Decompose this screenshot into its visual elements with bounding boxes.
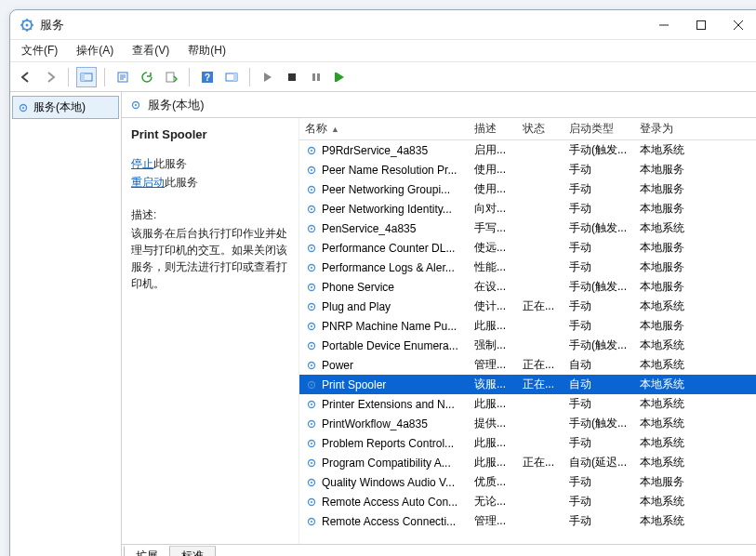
service-logon: 本地系统 [634,298,694,314]
service-row[interactable]: Program Compatibility A...此服...正在...自动(延… [299,453,756,472]
service-startup: 手动 [564,474,634,490]
service-row[interactable]: Peer Name Resolution Pr...使用...手动本地服务 [299,160,756,179]
svg-point-34 [311,285,312,287]
sort-asc-icon: ▲ [331,125,339,134]
service-row[interactable]: PrintWorkflow_4a835提供...手动(触发...本地系统 [299,414,756,433]
menu-view[interactable]: 查看(V) [128,41,173,60]
service-row[interactable]: Remote Access Auto Con...无论...手动本地系统 [299,492,756,511]
service-desc: 启用... [469,142,517,158]
service-logon: 本地系统 [634,338,694,353]
service-row[interactable]: Performance Logs & Aler...性能...手动本地服务 [299,258,756,277]
tab-standard[interactable]: 标准 [169,546,216,556]
service-startup: 手动 [564,201,634,217]
service-startup: 手动 [564,318,634,334]
service-row[interactable]: PNRP Machine Name Pu...此服...手动本地服务 [299,316,756,336]
service-name: Program Compatibility A... [322,457,451,470]
service-row[interactable]: P9RdrService_4a835启用...手动(触发...本地系统 [299,140,756,160]
svg-text:?: ? [205,73,210,83]
menu-action[interactable]: 操作(A) [73,41,117,60]
service-row[interactable]: Phone Service在设...手动(触发...本地服务 [299,277,756,297]
service-row[interactable]: Performance Counter DL...使远...手动本地服务 [299,238,756,258]
service-desc: 手写... [469,220,517,236]
list-body[interactable]: P9RdrService_4a835启用...手动(触发...本地系统Peer … [299,140,756,544]
service-name: PNRP Machine Name Pu... [322,320,457,333]
column-header-name[interactable]: 名称▲ [299,121,469,137]
svg-rect-14 [335,73,337,82]
body: 服务(本地) 服务(本地) Print Spooler 停止此服务 重启动此服务… [10,92,756,556]
svg-point-18 [135,103,137,105]
export-button[interactable] [161,67,181,87]
service-row[interactable]: Problem Reports Control...此服...手动本地系统 [299,433,756,453]
service-status: 正在... [517,298,564,314]
service-logon: 本地系统 [634,220,694,236]
service-row[interactable]: Portable Device Enumera...强制...手动(触发...本… [299,336,756,355]
service-row[interactable]: Quality Windows Audio V...优质...手动本地服务 [299,472,756,492]
service-gear-icon [305,242,318,255]
service-startup: 手动 [564,240,634,256]
service-logon: 本地系统 [634,513,694,529]
service-gear-icon [305,261,318,274]
selected-service-name: Print Spooler [131,127,289,141]
service-desc: 使用... [469,181,517,197]
column-header-status[interactable]: 状态 [517,121,564,137]
service-name: Peer Networking Groupi... [322,183,450,196]
menu-help[interactable]: 帮助(H) [184,41,230,60]
back-button[interactable] [16,67,36,87]
refresh-button[interactable] [137,67,157,87]
service-status: 正在... [517,357,564,373]
column-header-startup[interactable]: 启动类型 [564,121,634,137]
close-button[interactable] [720,12,756,38]
svg-point-48 [311,422,312,424]
column-header-logon[interactable]: 登录为 [634,121,694,137]
service-gear-icon [305,300,318,313]
start-service-button[interactable] [258,67,278,87]
properties-button[interactable] [113,67,133,87]
right-header-title: 服务(本地) [148,97,205,113]
minimize-button[interactable] [645,12,683,38]
service-logon: 本地服务 [634,279,694,295]
svg-point-44 [311,383,312,385]
service-name: Remote Access Auto Con... [322,496,458,509]
right-pane: 服务(本地) Print Spooler 停止此服务 重启动此服务 描述: 该服… [122,92,756,556]
service-row[interactable]: Printer Extensions and N...此服...手动本地系统 [299,394,756,414]
stop-service-button[interactable] [282,67,302,87]
svg-rect-11 [288,73,296,81]
service-row[interactable]: Remote Access Connecti...管理...手动本地系统 [299,511,756,531]
service-status: 正在... [517,455,564,470]
restart-service-link[interactable]: 重启动 [131,176,165,189]
service-row[interactable]: Power管理...正在...自动本地系统 [299,355,756,375]
service-row[interactable]: Print Spooler该服...正在...自动本地系统 [299,375,756,394]
service-gear-icon [305,281,318,294]
service-desc: 无论... [469,494,517,510]
service-logon: 本地服务 [634,162,694,178]
service-desc: 此服... [469,318,517,334]
service-row[interactable]: Peer Networking Groupi...使用...手动本地服务 [299,179,756,199]
description-text: 该服务在后台执行打印作业并处理与打印机的交互。如果关闭该服务，则无法进行打印或查… [131,225,289,292]
service-gear-icon [305,476,318,489]
service-startup: 手动 [564,259,634,275]
service-row[interactable]: Plug and Play使计...正在...手动本地系统 [299,297,756,316]
pause-service-button[interactable] [306,67,326,87]
service-logon: 本地系统 [634,416,694,431]
service-desc: 使计... [469,298,517,314]
service-row[interactable]: PenService_4a835手写...手动(触发...本地系统 [299,218,756,238]
service-logon: 本地服务 [634,181,694,197]
help-button[interactable]: ? [197,67,218,87]
forward-button[interactable] [40,67,60,87]
service-row[interactable]: Peer Networking Identity...向对...手动本地服务 [299,199,756,218]
service-startup: 手动 [564,435,634,451]
restart-service-button[interactable] [330,67,351,87]
stop-service-link[interactable]: 停止 [131,157,153,170]
svg-point-26 [311,207,312,209]
column-header-desc[interactable]: 描述 [469,121,517,137]
tab-extended[interactable]: 扩展 [124,546,170,556]
show-hide-tree-button[interactable] [76,67,97,87]
svg-rect-10 [233,73,237,81]
menu-file[interactable]: 文件(F) [18,41,61,60]
detail-pane: Print Spooler 停止此服务 重启动此服务 描述: 该服务在后台执行打… [122,118,298,544]
show-hide-action-pane-button[interactable] [221,67,242,87]
service-logon: 本地系统 [634,142,694,158]
tree-root-services[interactable]: 服务(本地) [12,96,119,119]
maximize-button[interactable] [683,12,720,38]
service-gear-icon [305,437,318,450]
